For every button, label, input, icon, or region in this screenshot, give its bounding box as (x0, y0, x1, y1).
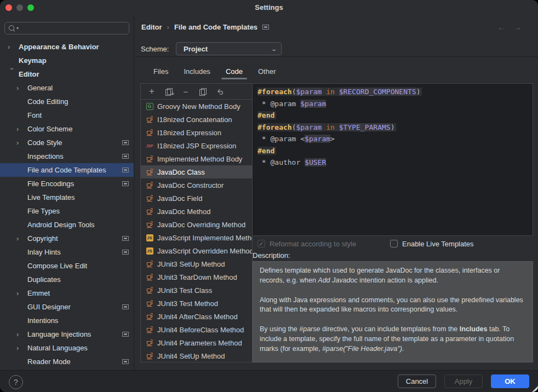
code-token: $USER (305, 158, 326, 166)
sidebar-item-inspections[interactable]: Inspections (0, 149, 134, 163)
forward-arrow-icon[interactable]: → (513, 22, 522, 32)
sidebar-item-label: Code Style (27, 139, 62, 147)
sidebar-item-keymap[interactable]: Keymap (0, 54, 134, 67)
sidebar-item-file-types[interactable]: File Types (0, 204, 134, 218)
chevron-down-icon[interactable]: › (8, 68, 16, 79)
tab-code[interactable]: Code (218, 64, 250, 78)
breadcrumb-editor[interactable]: Editor (141, 23, 162, 31)
template-item-junit4-beforeclass-method[interactable]: JUnit4 BeforeClass Method (141, 323, 252, 336)
sidebar-item-android-design-tools[interactable]: Android Design Tools (0, 218, 134, 232)
java-file-icon (146, 181, 153, 189)
ok-button[interactable]: OK (491, 374, 529, 388)
enable-live-templates-checkbox[interactable]: Enable Live Templates (390, 239, 474, 249)
help-button[interactable]: ? (9, 375, 23, 389)
sidebar-item-code-style[interactable]: ›Code Style (0, 136, 134, 149)
template-item-javadoc-constructor[interactable]: JavaDoc Constructor (141, 178, 252, 192)
template-item-label: JavaDoc Field (157, 194, 202, 203)
sidebar-item-label: Android Design Tools (27, 221, 95, 229)
template-item-junit3-test-class[interactable]: JUnit3 Test Class (141, 284, 252, 297)
scheme-label: Scheme: (141, 45, 169, 53)
sidebar-item-label: Copyright (27, 234, 58, 243)
description-text[interactable]: Defines template which used to generate … (253, 261, 533, 362)
sidebar-item-file-and-code-templates[interactable]: File and Code Templates (0, 163, 134, 177)
sidebar-item-reader-mode[interactable]: Reader Mode (0, 355, 134, 368)
template-item-javadoc-class[interactable]: JavaDoc Class (141, 165, 252, 178)
template-code-editor[interactable]: #foreach($param in $RECORD_COMPONENTS) *… (252, 83, 533, 236)
sidebar-item-general[interactable]: ›General (0, 81, 134, 95)
tab-files[interactable]: Files (146, 64, 176, 78)
remove-icon[interactable]: − (181, 87, 190, 96)
code-line: #end (257, 147, 533, 159)
search-input[interactable]: ▾ (4, 22, 129, 34)
template-item-javadoc-overriding-method[interactable]: JavaDoc Overriding Method (141, 218, 252, 231)
sidebar-item-editor[interactable]: ›Editor (0, 67, 134, 81)
template-item-junit3-test-method[interactable]: JUnit3 Test Method (141, 297, 252, 310)
template-item-i18nized-expression[interactable]: I18nized Expression (141, 126, 252, 139)
sidebar-item-emmet[interactable]: ›Emmet (0, 286, 134, 300)
breadcrumb-file-and-code-templates[interactable]: File and Code Templates (174, 23, 257, 31)
chevron-right-icon[interactable]: › (8, 43, 19, 51)
reset-icon[interactable] (215, 87, 224, 96)
chevron-right-icon[interactable]: › (16, 84, 27, 92)
code-line: * @param $param (257, 100, 533, 112)
template-item-javadoc-field[interactable]: JavaDoc Field (141, 192, 252, 205)
sidebar-item-language-injections[interactable]: ›Language Injections (0, 327, 134, 341)
dialog-buttons: CancelApplyOK (398, 374, 529, 388)
template-item-junit4-parameters-method[interactable]: JUnit4 Parameters Method (141, 336, 252, 349)
code-line: #foreach($param in $RECORD_COMPONENTS) (257, 88, 533, 100)
chevron-right-icon[interactable]: › (16, 289, 27, 297)
cancel-button[interactable]: Cancel (398, 374, 436, 388)
java-file-icon (146, 286, 153, 294)
template-item-groovy-new-method-body[interactable]: GGroovy New Method Body (141, 100, 252, 113)
sidebar-item-label: Keymap (19, 56, 47, 65)
code-token: * @param (257, 100, 300, 108)
sidebar-item-intentions[interactable]: Intentions (0, 314, 134, 327)
sidebar-item-appearance-behavior[interactable]: ›Appearance & Behavior (0, 40, 134, 54)
sidebar-item-file-encodings[interactable]: File Encodings (0, 177, 134, 191)
tab-other[interactable]: Other (250, 64, 284, 78)
tab-includes[interactable]: Includes (176, 64, 218, 78)
sidebar-item-natural-languages[interactable]: ›Natural Languages (0, 341, 134, 355)
sidebar-item-label: Inspections (27, 152, 64, 160)
code-token: in (326, 123, 335, 131)
sidebar-item-compose-live-edit[interactable]: Compose Live Edit (0, 259, 134, 273)
sidebar-item-code-editing[interactable]: Code Editing (0, 95, 134, 108)
template-item-label: JUnit4 AfterClass Method (157, 313, 238, 321)
template-item-javascript-implemented-method[interactable]: JSJavaScript Implemented Method (141, 231, 252, 244)
sidebar-item-inlay-hints[interactable]: Inlay Hints (0, 245, 134, 259)
chevron-right-icon[interactable]: › (16, 139, 27, 147)
template-item-junit3-setup-method[interactable]: JUnit3 SetUp Method (141, 257, 252, 270)
sidebar-item-live-templates[interactable]: Live Templates (0, 191, 134, 204)
template-item-i18nized-jsp-expression[interactable]: JSPI18nized JSP Expression (141, 139, 252, 152)
sidebar-item-gui-designer[interactable]: GUI Designer (0, 300, 134, 314)
template-item-javascript-overridden-method[interactable]: JSJavaScript Overridden Method (141, 244, 252, 257)
chevron-right-icon[interactable]: › (16, 234, 27, 243)
chevron-right-icon[interactable]: › (16, 125, 27, 133)
sidebar-item-font[interactable]: Font (0, 108, 134, 122)
chevron-right-icon[interactable]: › (16, 344, 27, 352)
sidebar-item-color-scheme[interactable]: ›Color Scheme (0, 122, 134, 136)
code-token: * @param < (257, 135, 305, 143)
chevron-right-icon[interactable]: › (16, 330, 27, 338)
template-item-label: JUnit3 Test Method (157, 299, 218, 308)
screen-icon (122, 140, 129, 145)
search-history-chevron-icon[interactable]: ▾ (16, 26, 19, 31)
template-item-label: JavaDoc Method (157, 207, 211, 216)
duplicate-icon[interactable] (198, 87, 207, 96)
template-item-junit4-setup-method[interactable]: JUnit4 SetUp Method (141, 349, 252, 362)
sidebar-item-copyright[interactable]: ›Copyright (0, 232, 134, 245)
resize-grip[interactable] (532, 386, 538, 392)
template-item-i18nized-concatenation[interactable]: I18nized Concatenation (141, 113, 252, 126)
sidebar-item-duplicates[interactable]: Duplicates (0, 273, 134, 286)
back-arrow-icon[interactable]: ← (497, 22, 506, 32)
template-item-junit4-afterclass-method[interactable]: JUnit4 AfterClass Method (141, 310, 252, 323)
description-paragraph: Defines template which used to generate … (260, 266, 526, 286)
add-icon[interactable]: + (147, 87, 156, 95)
template-item-implemented-method-body[interactable]: Implemented Method Body (141, 152, 252, 165)
scheme-select[interactable]: Project ⌄ (176, 42, 282, 55)
copy-template-icon[interactable]: + (164, 87, 173, 96)
template-item-javadoc-method[interactable]: JavaDoc Method (141, 205, 252, 218)
template-item-junit3-teardown-method[interactable]: JUnit3 TearDown Method (141, 270, 252, 284)
reformat-checkbox[interactable]: ✓ Reformat according to style (257, 239, 356, 249)
code-line: #end (257, 111, 533, 123)
